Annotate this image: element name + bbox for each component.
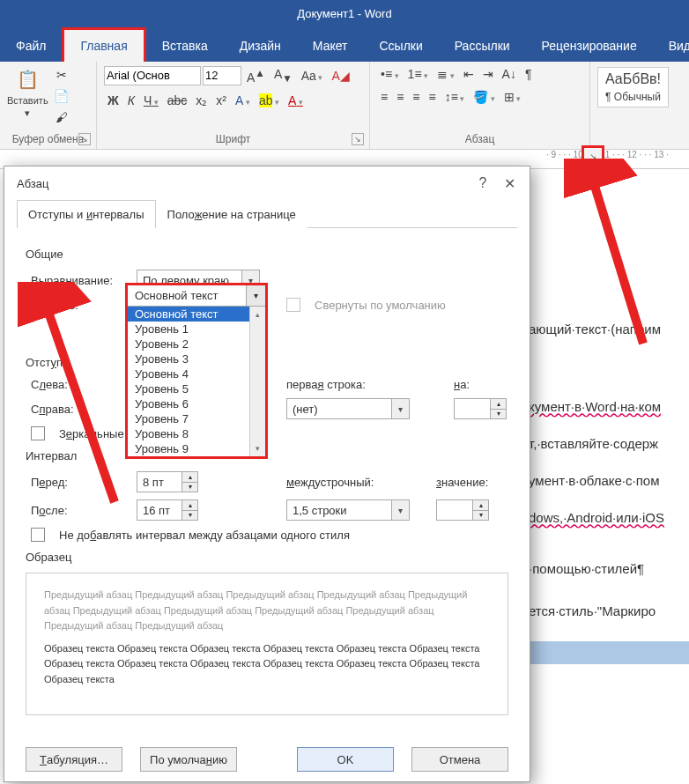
right-indent-label: Справа: xyxy=(31,403,128,416)
multilevel-button[interactable]: ≣ xyxy=(433,65,458,83)
mirror-checkbox[interactable] xyxy=(31,426,45,440)
level-option[interactable]: Уровень 2 xyxy=(128,337,249,351)
bold-button[interactable]: Ж xyxy=(104,92,122,109)
before-spin[interactable]: 8 пт ▴▾ xyxy=(137,471,198,492)
cancel-button[interactable]: Отмена xyxy=(411,747,508,772)
tab-design[interactable]: Дизайн xyxy=(224,30,297,62)
sort-button[interactable]: A↓ xyxy=(499,65,520,83)
font-size-select[interactable] xyxy=(203,66,241,85)
subscript-button[interactable]: x₂ xyxy=(192,92,211,109)
level-options: Основной текст Уровень 1 Уровень 2 Урове… xyxy=(128,307,249,456)
tab-insert[interactable]: Вставка xyxy=(146,30,224,62)
numbering-button[interactable]: 1≡ xyxy=(404,65,432,83)
after-label: После: xyxy=(31,504,128,517)
group-paragraph-label: Абзац xyxy=(465,133,495,145)
level-option[interactable]: Уровень 4 xyxy=(128,366,249,381)
tab-review[interactable]: Рецензирование xyxy=(526,30,653,62)
style-normal[interactable]: АаБбВв! ¶ Обычный xyxy=(597,67,669,107)
cut-icon[interactable]: ✂ xyxy=(54,67,70,83)
group-clipboard: 📋 Вставить ▾ ✂ 📄 🖌 Буфер обмена↘ xyxy=(0,62,97,149)
change-case-button[interactable]: Aa xyxy=(298,67,327,85)
firstline-label: первая строка: xyxy=(286,378,374,391)
preview-prev-text: Предыдущий абзац Предыдущий абзац Предыд… xyxy=(44,588,490,634)
font-dialog-launcher[interactable]: ↘ xyxy=(352,133,364,145)
tab-position[interactable]: Положение на странице xyxy=(156,200,307,228)
document-body[interactable]: ающий·текст·(наприм кумент·в·Word·на·ком… xyxy=(529,317,689,677)
chevron-down-icon: ▾ xyxy=(391,399,409,418)
ribbon: 📋 Вставить ▾ ✂ 📄 🖌 Буфер обмена↘ A▲ A▼ A… xyxy=(0,62,689,150)
preview-pane: Предыдущий абзац Предыдущий абзац Предыд… xyxy=(26,573,508,715)
collapse-checkbox xyxy=(286,298,300,312)
firstline-combo[interactable]: (нет) ▾ xyxy=(286,398,410,419)
highlight-button[interactable]: ab xyxy=(256,92,283,109)
level-dropdown[interactable]: Основной текст ▾ Основной текст Уровень … xyxy=(125,283,268,459)
firstline-value: (нет) xyxy=(293,403,318,416)
level-option[interactable]: Уровень 8 xyxy=(128,426,249,441)
tab-layout[interactable]: Макет xyxy=(297,30,364,62)
paste-button[interactable]: 📋 Вставить ▾ xyxy=(7,65,48,119)
line-spacing-button[interactable]: ↕≡ xyxy=(441,88,469,106)
text-effects-button[interactable]: A xyxy=(232,92,254,109)
linespacing-value: 1,5 строки xyxy=(293,504,347,517)
ok-button[interactable]: OK xyxy=(297,747,394,772)
chevron-down-icon: ▾ xyxy=(391,500,409,520)
preview-sample-text: Образец текста Образец текста Образец те… xyxy=(44,641,490,688)
borders-button[interactable]: ⊞ xyxy=(500,88,525,106)
font-color-button[interactable]: A xyxy=(285,92,307,109)
align-center-button[interactable]: ≡ xyxy=(393,88,407,106)
tab-indents[interactable]: Отступы и интервалы xyxy=(17,200,156,228)
tab-view[interactable]: Вид xyxy=(653,30,689,62)
level-option[interactable]: Уровень 7 xyxy=(128,411,249,426)
linespacing-combo[interactable]: 1,5 строки ▾ xyxy=(286,499,410,521)
font-name-select[interactable] xyxy=(104,66,201,85)
ribbon-tabs: Файл Главная Вставка Дизайн Макет Ссылки… xyxy=(0,26,689,62)
value-spin[interactable]: ▴▾ xyxy=(436,499,489,521)
italic-button[interactable]: К xyxy=(124,92,138,109)
shrink-font-icon[interactable]: A▼ xyxy=(270,65,296,85)
bullets-button[interactable]: •≡ xyxy=(377,65,403,83)
clipboard-dialog-launcher[interactable]: ↘ xyxy=(78,133,91,145)
superscript-button[interactable]: x² xyxy=(212,92,230,109)
tab-references[interactable]: Ссылки xyxy=(363,30,438,62)
underline-button[interactable]: Ч xyxy=(140,92,162,109)
tabs-button[interactable]: Табуляция… xyxy=(26,747,122,772)
shading-button[interactable]: 🪣 xyxy=(470,88,499,106)
level-option[interactable]: Уровень 9 xyxy=(128,441,249,456)
tab-mailings[interactable]: Рассылки xyxy=(439,30,526,62)
no-add-space-checkbox[interactable] xyxy=(31,528,45,542)
align-right-button[interactable]: ≡ xyxy=(409,88,423,106)
mirror-label: Зеркальные xyxy=(59,427,124,440)
after-spin[interactable]: 16 пт ▴▾ xyxy=(137,499,198,521)
inc-indent-button[interactable]: ⇥ xyxy=(479,65,497,83)
linespacing-label: междустрочный: xyxy=(286,476,392,489)
group-styles: АаБбВв! ¶ Обычный xyxy=(590,62,689,149)
doc-line: кумент·в·Word·на·ком xyxy=(529,399,661,414)
group-clipboard-label: Буфер обмена xyxy=(12,133,85,145)
chevron-down-icon[interactable]: ▾ xyxy=(246,285,265,307)
default-button[interactable]: По умолчанию xyxy=(140,747,237,772)
dialog-close-button[interactable]: ✕ xyxy=(496,175,522,192)
copy-icon[interactable]: 📄 xyxy=(54,88,70,104)
firstline-on-spin[interactable]: ▴▾ xyxy=(454,398,507,419)
format-painter-icon[interactable]: 🖌 xyxy=(54,109,70,125)
dec-indent-button[interactable]: ⇤ xyxy=(460,65,478,83)
clear-format-icon[interactable]: A◢ xyxy=(328,67,352,85)
level-option[interactable]: Уровень 5 xyxy=(128,381,249,396)
dialog-help-button[interactable]: ? xyxy=(470,175,496,191)
level-option[interactable]: Основной текст xyxy=(128,307,249,322)
align-left-button[interactable]: ≡ xyxy=(377,88,391,106)
tab-home[interactable]: Главная xyxy=(62,27,145,62)
doc-line: т,·вставляйте·содерж xyxy=(529,432,689,456)
level-option[interactable]: Уровень 1 xyxy=(128,322,249,337)
justify-button[interactable]: ≡ xyxy=(426,88,440,106)
tab-file[interactable]: Файл xyxy=(0,30,62,62)
before-value: 8 пт xyxy=(143,476,164,489)
show-marks-button[interactable]: ¶ xyxy=(522,65,536,83)
level-option[interactable]: Уровень 6 xyxy=(128,396,249,411)
grow-font-icon[interactable]: A▲ xyxy=(243,65,269,86)
dropdown-scrollbar[interactable]: ▴▾ xyxy=(249,307,265,456)
group-font: A▲ A▼ Aa A◢ Ж К Ч abc x₂ x² A ab A Шрифт… xyxy=(97,62,370,149)
paragraph-dialog-launcher[interactable]: ↘ xyxy=(582,145,604,166)
strike-button[interactable]: abc xyxy=(164,92,191,109)
level-option[interactable]: Уровень 3 xyxy=(128,351,249,366)
